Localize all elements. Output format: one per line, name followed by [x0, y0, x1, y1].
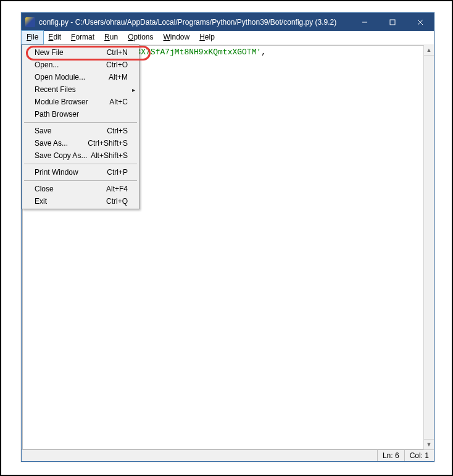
- menu-item-open[interactable]: Open...Ctrl+O: [23, 59, 138, 71]
- menu-help[interactable]: Help: [194, 31, 220, 44]
- menu-item-module-browser[interactable]: Module BrowserAlt+C: [23, 96, 138, 108]
- menu-item-recent-files[interactable]: Recent Files: [23, 83, 138, 96]
- menu-item-shortcut: Ctrl+O: [106, 61, 128, 69]
- status-line: Ln: 6: [377, 450, 404, 461]
- menu-item-shortcut: Ctrl+S: [107, 127, 128, 135]
- menu-item-label: Module Browser: [35, 98, 109, 106]
- app-window: config.py - C:/Users/ohrau/AppData/Local…: [21, 12, 434, 462]
- menu-run[interactable]: Run: [99, 31, 123, 44]
- scroll-up-arrow[interactable]: ▲: [424, 45, 434, 56]
- menu-window[interactable]: Window: [159, 31, 195, 44]
- file-menu-dropdown: New FileCtrl+NOpen...Ctrl+OOpen Module..…: [22, 44, 139, 209]
- menu-item-shortcut: Alt+M: [109, 73, 128, 81]
- window-controls: [351, 13, 434, 31]
- menu-item-shortcut: Ctrl+Q: [106, 197, 128, 206]
- menu-item-shortcut: Alt+C: [109, 98, 128, 106]
- menu-item-new-file[interactable]: New FileCtrl+N: [23, 46, 138, 59]
- maximize-button[interactable]: [378, 13, 406, 31]
- menu-edit[interactable]: Edit: [43, 31, 66, 44]
- menu-item-shortcut: Alt+Shift+S: [91, 151, 128, 160]
- status-col: Col: 1: [404, 450, 434, 461]
- menu-item-save-copy-as[interactable]: Save Copy As...Alt+Shift+S: [23, 149, 138, 162]
- menu-item-label: Save Copy As...: [35, 151, 91, 160]
- menu-item-shortcut: Alt+F4: [106, 185, 128, 193]
- menu-item-label: Print Window: [35, 168, 107, 177]
- menu-item-label: Open Module...: [35, 73, 109, 81]
- menu-item-close[interactable]: CloseAlt+F4: [23, 183, 138, 195]
- menu-item-label: New File: [35, 48, 107, 57]
- menu-separator: [24, 164, 137, 164]
- menu-options[interactable]: Options: [123, 31, 158, 44]
- menu-file[interactable]: File: [22, 31, 43, 44]
- menu-item-shortcut: Ctrl+N: [107, 48, 128, 57]
- close-button[interactable]: [406, 13, 434, 31]
- menu-item-label: Save: [35, 127, 107, 135]
- menu-format[interactable]: Format: [66, 31, 99, 44]
- menu-item-save[interactable]: SaveCtrl+S: [23, 125, 138, 137]
- menu-item-label: Recent Files: [35, 85, 128, 94]
- window-title: config.py - C:/Users/ohrau/AppData/Local…: [39, 18, 351, 27]
- menubar: FileEditFormatRunOptionsWindowHelp New F…: [22, 31, 434, 44]
- menu-item-label: Save As...: [35, 139, 88, 148]
- menu-item-path-browser[interactable]: Path Browser: [23, 108, 138, 120]
- menu-item-shortcut: Ctrl+Shift+S: [88, 139, 128, 148]
- vertical-scrollbar[interactable]: ▲ ▼: [423, 45, 434, 449]
- menu-item-exit[interactable]: ExitCtrl+Q: [23, 195, 138, 207]
- code-text: ,: [261, 48, 266, 57]
- svg-rect-1: [390, 20, 395, 25]
- titlebar[interactable]: config.py - C:/Users/ohrau/AppData/Local…: [22, 13, 434, 31]
- statusbar: Ln: 6 Col: 1: [22, 449, 434, 461]
- menu-item-label: Open...: [35, 61, 106, 69]
- menu-item-print-window[interactable]: Print WindowCtrl+P: [23, 166, 138, 178]
- menu-item-save-as[interactable]: Save As...Ctrl+Shift+S: [23, 137, 138, 149]
- menu-item-label: Path Browser: [35, 110, 128, 119]
- scroll-down-arrow[interactable]: ▼: [424, 439, 434, 449]
- app-icon: [25, 17, 35, 27]
- menu-item-label: Exit: [35, 197, 106, 206]
- minimize-button[interactable]: [351, 13, 378, 31]
- menu-item-label: Close: [35, 185, 106, 193]
- menu-item-open-module[interactable]: Open Module...Alt+M: [23, 71, 138, 83]
- menu-separator: [24, 122, 137, 123]
- menu-separator: [24, 180, 137, 181]
- menu-item-shortcut: Ctrl+P: [107, 168, 128, 177]
